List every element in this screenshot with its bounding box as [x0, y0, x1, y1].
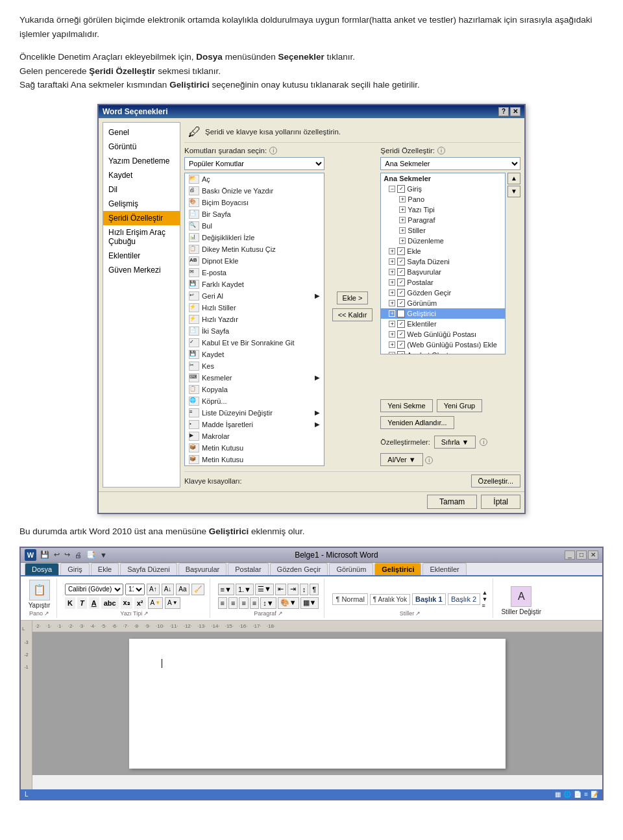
expand-icon[interactable]: + — [389, 310, 395, 317]
normal-style-item[interactable]: ¶ Normal — [332, 593, 367, 605]
heading2-style-item[interactable]: Başlık 2 — [448, 593, 480, 605]
font-size-select[interactable]: 11 — [125, 584, 145, 595]
checkbox-icon[interactable]: ✓ — [397, 330, 405, 338]
word-page[interactable] — [129, 639, 506, 769]
tree-item[interactable]: + ✓ Eklentiler — [381, 319, 505, 329]
stiller-expand-icon[interactable]: ↗ — [415, 610, 421, 617]
close-window-button[interactable]: ✕ — [588, 550, 598, 560]
yeni-sekme-button[interactable]: Yeni Sekme — [380, 399, 432, 412]
yapistir-button[interactable]: 📋 Yapıştır — [29, 580, 51, 609]
redo-qat-button[interactable]: ↪ — [63, 550, 71, 560]
tree-item-gelistirici[interactable]: + ✓ Geliştirici — [381, 308, 505, 319]
kaldir-button[interactable]: << Kaldır — [332, 308, 373, 321]
print-view-button[interactable]: 📄 — [574, 791, 581, 798]
maximize-button[interactable]: □ — [576, 550, 587, 560]
yeni-grup-button[interactable]: Yeni Grup — [437, 399, 483, 412]
sort-button[interactable]: ↕ — [300, 584, 309, 595]
tab-dosya[interactable]: Dosya — [25, 563, 59, 575]
decrease-indent-button[interactable]: ⇤ — [275, 584, 286, 595]
heading1-style-item[interactable]: Başlık 1 — [412, 593, 446, 605]
list-item[interactable]: ⚡Hızlı Yazdır — [185, 314, 324, 325]
list-item[interactable]: ↩Geri Al▶ — [185, 290, 324, 302]
iptal-button[interactable]: İptal — [481, 495, 520, 509]
change-case-button[interactable]: Aa — [176, 584, 189, 595]
no-space-style-item[interactable]: ¶ Aralık Yok — [370, 594, 410, 605]
seridi-dropdown[interactable]: Ana Sekmeler — [380, 157, 520, 170]
list-item[interactable]: ABDipnot Ekle — [185, 255, 324, 267]
expand-icon[interactable]: − — [389, 186, 395, 192]
expand-icon[interactable]: + — [399, 206, 406, 213]
style-scroll-down[interactable]: ▼ — [482, 597, 488, 602]
subscript-button[interactable]: x₂ — [121, 597, 132, 609]
font-color-button[interactable]: A▼ — [165, 597, 180, 609]
list-item[interactable]: ▶Makrolar — [185, 430, 324, 442]
nav-item-genel[interactable]: Genel — [103, 125, 180, 140]
expand-icon[interactable]: + — [389, 269, 395, 275]
expand-icon[interactable]: + — [399, 196, 406, 203]
decrease-font-button[interactable]: A↓ — [162, 584, 175, 595]
highlight-button[interactable]: A▼ — [148, 597, 164, 609]
list-item[interactable]: ✂Kes — [185, 360, 324, 372]
expand-icon[interactable]: + — [389, 321, 395, 327]
tree-item[interactable]: + ✓ Gözden Geçir — [381, 288, 505, 298]
ekle-button[interactable]: Ekle > — [337, 291, 369, 304]
nav-item-dil[interactable]: Dil — [103, 182, 180, 197]
save-qat-button[interactable]: 💾 — [39, 550, 51, 560]
checkbox-icon[interactable]: ✓ — [397, 258, 405, 266]
list-item[interactable]: 📋Dikey Metin Kutusu Çiz — [185, 243, 324, 255]
align-right-button[interactable]: ≡ — [239, 597, 248, 609]
list-item[interactable]: 🔍Bul — [185, 220, 324, 232]
tree-item[interactable]: + ✓ Anahat Oluşturma — [381, 350, 505, 354]
tree-item[interactable]: − ✓ Giriş — [381, 184, 505, 194]
nav-item-kaydet[interactable]: Kaydet — [103, 168, 180, 182]
expand-icon[interactable]: + — [389, 352, 395, 354]
list-item[interactable]: 🎨Biçim Boyacısı — [185, 197, 324, 208]
tree-item[interactable]: + Stiller — [381, 225, 505, 236]
dialog-help-button[interactable]: ? — [498, 107, 509, 116]
list-item[interactable]: •Madde İşaretleri▶ — [185, 419, 324, 430]
stiller-degistir-button[interactable]: A Stiller Değiştir — [501, 586, 541, 615]
tab-basvurular[interactable]: Başvurular — [178, 563, 227, 575]
nav-item-seridi[interactable]: Şeridi Özelleştir — [103, 211, 180, 225]
list-item[interactable]: 💾Kaydet — [185, 349, 324, 360]
move-up-button[interactable]: ▲ — [507, 173, 520, 184]
list-item[interactable]: 📄Bir Sayfa — [185, 208, 324, 220]
expand-icon[interactable]: + — [389, 331, 395, 338]
tab-gozden-gecir[interactable]: Gözden Geçir — [270, 563, 328, 575]
nav-item-eklentiler[interactable]: Eklentiler — [103, 249, 180, 263]
tree-item[interactable]: + ✓ Web Günlüğü Postası — [381, 329, 505, 340]
seridi-tree[interactable]: Ana Sekmeler − ✓ Giriş + Pano — [380, 173, 506, 354]
expand-icon[interactable]: + — [389, 341, 395, 348]
style-scroll-up[interactable]: ▲ — [482, 590, 488, 596]
tree-item[interactable]: + ✓ Ekle — [381, 246, 505, 256]
print2-qat-button[interactable]: 📑 — [85, 550, 97, 560]
list-item[interactable]: ≡Liste Düzeyini Değiştir▶ — [185, 407, 324, 419]
list-item[interactable]: ⚡Hızlı Stiller — [185, 302, 324, 314]
tree-item[interactable]: + ✓ Görünüm — [381, 298, 505, 308]
dialog-close-button[interactable]: ✕ — [510, 107, 520, 116]
increase-font-button[interactable]: A↑ — [147, 584, 160, 595]
tree-item[interactable]: + ✓ (Web Günlüğü Postası) Ekle — [381, 340, 505, 350]
tree-item[interactable]: + Paragraf — [381, 215, 505, 225]
tab-gorunum[interactable]: Görünüm — [329, 563, 373, 575]
bold-button[interactable]: K — [65, 597, 75, 609]
pano-expand-icon[interactable]: ↗ — [44, 610, 49, 617]
tree-item[interactable]: + Düzenleme — [381, 236, 505, 246]
checkbox-icon[interactable]: ✓ — [397, 278, 405, 286]
superscript-button[interactable]: x² — [134, 597, 146, 609]
tab-postalar[interactable]: Postalar — [228, 563, 268, 575]
bullets-button[interactable]: ≡▼ — [218, 584, 234, 595]
minimize-button[interactable]: _ — [565, 550, 575, 560]
checkbox-icon[interactable]: ✓ — [397, 185, 405, 193]
checkbox-icon[interactable]: ✓ — [397, 247, 405, 255]
list-item[interactable]: ⌨Kesmeler▶ — [185, 372, 324, 384]
list-item[interactable]: 📦Metin Kutusu — [185, 442, 324, 454]
expand-icon[interactable]: + — [389, 279, 395, 286]
draft-view-button[interactable]: 📝 — [591, 791, 598, 798]
list-item[interactable]: 📂Aç — [185, 173, 324, 185]
underline-button[interactable]: A — [89, 597, 99, 609]
clear-format-button[interactable]: 🧹 — [191, 584, 204, 595]
list-item[interactable]: 💾Farklı Kaydet — [185, 278, 324, 290]
tree-item[interactable]: + ✓ Başvurular — [381, 267, 505, 277]
expand-icon[interactable]: + — [389, 258, 395, 265]
